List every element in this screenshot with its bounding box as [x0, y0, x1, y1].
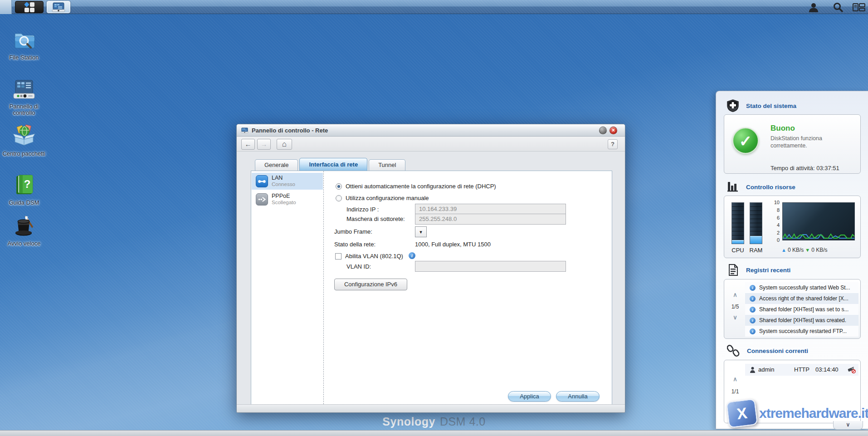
- log-row: iShared folder [XHTest] was created.: [745, 315, 858, 326]
- jumbo-frame-dropdown[interactable]: ▾: [415, 226, 427, 237]
- network-status-label: Stato della rete:: [334, 241, 375, 248]
- ip-address-label: Indirizzo IP :: [346, 206, 379, 213]
- health-status: Buono: [770, 124, 795, 133]
- disconnect-icon[interactable]: [848, 366, 856, 373]
- logs-page-indicator: 1/5: [728, 304, 742, 310]
- window-toolbar: ← → ⌂ ?: [237, 137, 625, 152]
- desktop-icon-package-center[interactable]: Centro pacchetti: [0, 124, 48, 157]
- axis-tick: 6: [768, 215, 780, 220]
- system-health-header: Stato del sistema: [727, 99, 796, 112]
- help-button[interactable]: ?: [608, 139, 618, 149]
- vlan-checkbox[interactable]: [335, 253, 341, 260]
- axis-tick: 0: [768, 237, 780, 243]
- xtremehardware-watermark: X xtremehardware.it: [727, 400, 868, 426]
- cpu-meter: [731, 202, 744, 244]
- link-icon: [727, 344, 740, 357]
- window-titlebar[interactable]: Pannello di controllo - Rete ×: [237, 124, 625, 137]
- dhcp-radio[interactable]: [336, 183, 342, 190]
- minimize-button[interactable]: [599, 127, 607, 134]
- pilot-view-button[interactable]: [851, 1, 867, 13]
- info-icon: i: [750, 307, 756, 313]
- user-icon: [750, 367, 756, 373]
- log-row: iSystem successfully restarted FTP...: [745, 326, 858, 337]
- xtremehardware-logo-icon: X: [726, 398, 758, 428]
- apply-button[interactable]: Applica: [508, 391, 551, 402]
- health-uptime: Tempo di attività: 03:37:51: [770, 165, 839, 171]
- widget-panel: Stato del sistema ✓ Buono DiskStation fu…: [716, 91, 868, 429]
- recent-logs-card: ∧ 1/5 ∨ iSystem successfully started Web…: [724, 279, 861, 339]
- synology-logo-text: Synology: [382, 415, 435, 428]
- tab-tunnel[interactable]: Tunnel: [369, 159, 405, 171]
- log-list: iSystem successfully started Web St... i…: [745, 282, 858, 337]
- log-row: iSystem successfully started Web St...: [745, 282, 858, 293]
- axis-tick: 8: [768, 207, 780, 213]
- dhcp-radio-label[interactable]: Ottieni automaticamente la configurazion…: [346, 183, 496, 190]
- control-panel-icon: [52, 2, 65, 12]
- connections-page-up-icon[interactable]: ∧: [731, 376, 740, 382]
- file-station-icon: [12, 29, 36, 51]
- window-icon: [241, 127, 249, 134]
- log-row: iShared folder [XHTest] was set to s...: [745, 304, 858, 315]
- tab-generale[interactable]: Generale: [255, 159, 298, 171]
- desktop-icon-label: Avvio veloce: [0, 240, 48, 247]
- interface-name: LAN: [272, 175, 283, 181]
- search-button[interactable]: [830, 1, 846, 13]
- current-connections-title: Connessioni correnti: [747, 348, 808, 354]
- taskbar-corner: [0, 0, 12, 14]
- interface-item-lan[interactable]: LAN Connesso: [252, 173, 323, 190]
- interface-item-pppoe[interactable]: PPPoE Scollegato: [252, 191, 323, 208]
- logs-page-up-icon[interactable]: ∧: [731, 291, 740, 298]
- connection-time: 03:14:40: [815, 366, 839, 373]
- manual-config-radio[interactable]: [336, 195, 342, 201]
- window-title: Pannello di controllo - Rete: [252, 127, 328, 134]
- desktop: File Station Pannello di controllo: [0, 0, 868, 436]
- desktop-icon-dsm-help[interactable]: ? Guida DSM: [0, 174, 48, 206]
- vlan-checkbox-label[interactable]: Abilita VLAN (802.1Q): [345, 253, 403, 260]
- screen-bottom-strip: [0, 430, 868, 436]
- tab-interfaccia-di-rete[interactable]: Interfaccia di rete: [299, 158, 367, 171]
- ipv6-config-button[interactable]: Configurazione IPv6: [334, 279, 407, 290]
- info-icon: i: [750, 296, 756, 302]
- lan-icon: [256, 175, 268, 187]
- connections-page-indicator: 1/1: [728, 388, 742, 395]
- vlan-info-icon[interactable]: i: [409, 252, 415, 259]
- cpu-label: CPU: [730, 247, 746, 254]
- taskbar-item-control-panel[interactable]: [47, 1, 70, 13]
- quick-start-icon: [12, 213, 36, 237]
- ram-label: RAM: [748, 247, 764, 254]
- forward-button[interactable]: →: [257, 139, 271, 150]
- desktop-icon-label: Pannello di controllo: [0, 103, 48, 116]
- desktop-icon-label: File Station: [0, 54, 48, 61]
- ip-address-field: 10.164.233.39: [415, 204, 566, 215]
- cancel-button[interactable]: Annulla: [556, 391, 600, 402]
- info-icon: i: [750, 285, 756, 291]
- user-menu-button[interactable]: [805, 1, 822, 13]
- manual-config-radio-label[interactable]: Utilizza configurazione manuale: [346, 195, 429, 201]
- log-text: Access right of the shared folder [X...: [759, 295, 848, 302]
- info-icon: i: [750, 318, 756, 323]
- taskbar: [0, 0, 868, 14]
- current-connections-header: Connessioni correnti: [727, 344, 808, 357]
- resource-monitor-card: CPU RAM 10 8 6 4 2 0 ▲ 0 KB/s ▼ 0 KB/s: [724, 196, 861, 258]
- desktop-icon-quick-start[interactable]: Avvio veloce: [0, 213, 48, 247]
- desktop-icon-file-station[interactable]: File Station: [0, 29, 48, 61]
- main-menu-icon: [23, 2, 36, 12]
- recent-logs-title: Registri recenti: [746, 267, 790, 274]
- user-icon: [808, 2, 819, 12]
- log-row: iAccess right of the shared folder [X...: [745, 293, 858, 304]
- logs-page-down-icon[interactable]: ∨: [731, 314, 740, 321]
- ram-meter-fill: [750, 236, 762, 244]
- window-footer: [237, 404, 625, 412]
- upload-arrow-icon: ▲: [781, 247, 786, 253]
- log-icon: [727, 264, 739, 276]
- desktop-icon-control-panel[interactable]: Pannello di controllo: [0, 80, 48, 116]
- network-rates: ▲ 0 KB/s ▼ 0 KB/s: [781, 247, 828, 253]
- main-menu-button[interactable]: [15, 1, 44, 13]
- search-icon: [833, 2, 844, 13]
- system-health-card: ✓ Buono DiskStation funziona correttamen…: [724, 114, 861, 174]
- health-description: DiskStation funziona correttamente.: [770, 135, 852, 149]
- ram-meter: [750, 202, 762, 244]
- back-button[interactable]: ←: [241, 139, 255, 150]
- close-button[interactable]: ×: [610, 127, 617, 134]
- home-button[interactable]: ⌂: [277, 139, 292, 150]
